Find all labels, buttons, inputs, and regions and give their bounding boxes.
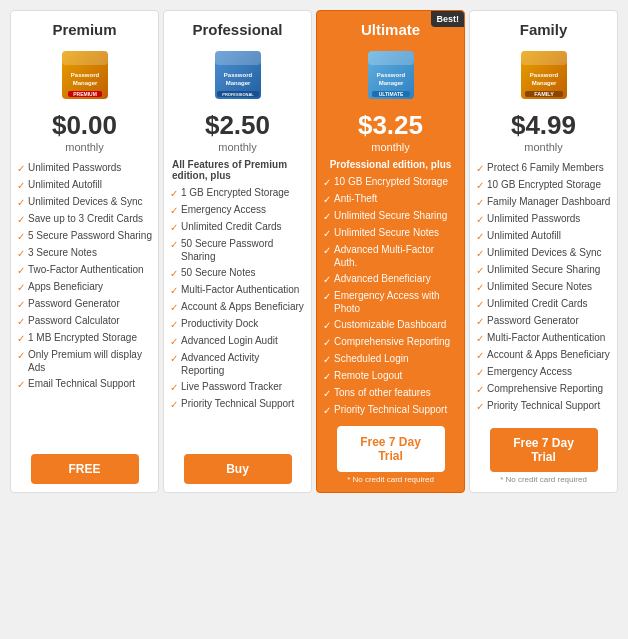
- feature-text: Tons of other features: [334, 386, 431, 399]
- check-icon: ✓: [476, 264, 484, 277]
- check-icon: ✓: [323, 227, 331, 240]
- plan-plus-text-professional: All Features of Premium edition, plus: [170, 159, 305, 181]
- plan-title-professional: Professional: [192, 21, 282, 38]
- feature-item: ✓ Only Premium will display Ads: [17, 346, 152, 375]
- plan-period-family: monthly: [524, 141, 563, 153]
- check-icon: ✓: [476, 213, 484, 226]
- plan-plus-text-ultimate: Professional edition, plus: [328, 159, 454, 170]
- feature-item: ✓ Live Password Tracker: [170, 378, 305, 395]
- feature-text: 1 GB Encrypted Storage: [181, 186, 289, 199]
- feature-item: ✓ Save up to 3 Credit Cards: [17, 210, 152, 227]
- check-icon: ✓: [323, 370, 331, 383]
- feature-item: ✓ Priority Technical Support: [323, 401, 458, 418]
- feature-text: 5 Secure Password Sharing: [28, 229, 152, 242]
- check-icon: ✓: [323, 319, 331, 332]
- feature-item: ✓ 50 Secure Notes: [170, 264, 305, 281]
- product-image-premium: Password Manager PREMIUM: [55, 44, 115, 104]
- check-icon: ✓: [170, 187, 178, 200]
- feature-item: ✓ Comprehensive Reporting: [323, 333, 458, 350]
- feature-item: ✓ Protect 6 Family Members: [476, 159, 611, 176]
- feature-item: ✓ Scheduled Login: [323, 350, 458, 367]
- feature-item: ✓ Email Technical Support: [17, 375, 152, 392]
- feature-text: 1 MB Encrypted Storage: [28, 331, 137, 344]
- feature-text: Password Calculator: [28, 314, 120, 327]
- cta-button-family[interactable]: Free 7 Day Trial: [490, 428, 598, 472]
- check-icon: ✓: [17, 298, 25, 311]
- check-icon: ✓: [323, 176, 331, 189]
- plan-card-professional: Professional Password Manager PROFESSION…: [163, 10, 312, 493]
- check-icon: ✓: [170, 204, 178, 217]
- feature-item: ✓ 50 Secure Password Sharing: [170, 235, 305, 264]
- feature-text: Anti-Theft: [334, 192, 377, 205]
- check-icon: ✓: [476, 366, 484, 379]
- check-icon: ✓: [170, 267, 178, 280]
- feature-text: 50 Secure Password Sharing: [181, 237, 305, 263]
- feature-item: ✓ Unlimited Secure Sharing: [323, 207, 458, 224]
- feature-text: Customizable Dashboard: [334, 318, 446, 331]
- check-icon: ✓: [476, 349, 484, 362]
- plan-price-ultimate: $3.25: [358, 110, 423, 141]
- check-icon: ✓: [170, 221, 178, 234]
- feature-text: Emergency Access with Photo: [334, 289, 458, 315]
- features-list-professional: ✓ 1 GB Encrypted Storage ✓ Emergency Acc…: [170, 184, 305, 446]
- feature-item: ✓ Multi-Factor Authentication: [476, 329, 611, 346]
- feature-item: ✓ Tons of other features: [323, 384, 458, 401]
- feature-item: ✓ Unlimited Secure Notes: [323, 224, 458, 241]
- check-icon: ✓: [17, 315, 25, 328]
- no-cc-note-family: * No credit card required: [500, 475, 587, 484]
- feature-text: Remote Logout: [334, 369, 402, 382]
- feature-text: Account & Apps Beneficiary: [181, 300, 304, 313]
- feature-item: ✓ Priority Technical Support: [476, 397, 611, 414]
- feature-item: ✓ Emergency Access with Photo: [323, 287, 458, 316]
- check-icon: ✓: [170, 238, 178, 251]
- feature-text: 50 Secure Notes: [181, 266, 256, 279]
- svg-rect-1: [62, 51, 108, 65]
- feature-item: ✓ 10 GB Encrypted Storage: [323, 173, 458, 190]
- check-icon: ✓: [323, 387, 331, 400]
- feature-item: ✓ Unlimited Devices & Sync: [476, 244, 611, 261]
- feature-item: ✓ Password Calculator: [17, 312, 152, 329]
- feature-text: Email Technical Support: [28, 377, 135, 390]
- feature-text: Unlimited Secure Notes: [334, 226, 439, 239]
- check-icon: ✓: [323, 193, 331, 206]
- feature-item: ✓ Customizable Dashboard: [323, 316, 458, 333]
- cta-button-professional[interactable]: Buy: [184, 454, 292, 484]
- feature-item: ✓ Unlimited Credit Cards: [476, 295, 611, 312]
- feature-item: ✓ Account & Apps Beneficiary: [476, 346, 611, 363]
- plan-card-premium: Premium Password Manager PREMIUM $0.00mo…: [10, 10, 159, 493]
- check-icon: ✓: [323, 210, 331, 223]
- feature-item: ✓ Password Generator: [17, 295, 152, 312]
- feature-text: Protect 6 Family Members: [487, 161, 604, 174]
- svg-text:Password: Password: [529, 72, 558, 78]
- check-icon: ✓: [323, 336, 331, 349]
- check-icon: ✓: [17, 264, 25, 277]
- check-icon: ✓: [323, 290, 331, 303]
- pricing-table: Premium Password Manager PREMIUM $0.00mo…: [8, 8, 620, 495]
- svg-text:FAMILY: FAMILY: [534, 91, 554, 97]
- check-icon: ✓: [17, 213, 25, 226]
- check-icon: ✓: [476, 315, 484, 328]
- cta-button-premium[interactable]: FREE: [31, 454, 139, 484]
- feature-text: Advanced Beneficiary: [334, 272, 431, 285]
- check-icon: ✓: [17, 162, 25, 175]
- feature-item: ✓ Emergency Access: [476, 363, 611, 380]
- check-icon: ✓: [476, 247, 484, 260]
- feature-text: Apps Beneficiary: [28, 280, 103, 293]
- svg-text:Password: Password: [223, 72, 252, 78]
- check-icon: ✓: [17, 281, 25, 294]
- plan-card-family: Family Password Manager FAMILY $4.99mont…: [469, 10, 618, 493]
- svg-text:PROFESSIONAL: PROFESSIONAL: [222, 92, 254, 97]
- check-icon: ✓: [170, 318, 178, 331]
- feature-text: 10 GB Encrypted Storage: [487, 178, 601, 191]
- check-icon: ✓: [170, 284, 178, 297]
- svg-text:Manager: Manager: [531, 80, 556, 86]
- feature-text: Advanced Multi-Factor Auth.: [334, 243, 458, 269]
- feature-text: Multi-Factor Authentication: [487, 331, 605, 344]
- cta-button-ultimate[interactable]: Free 7 Day Trial: [337, 426, 445, 472]
- feature-item: ✓ Apps Beneficiary: [17, 278, 152, 295]
- feature-text: Password Generator: [28, 297, 120, 310]
- feature-item: ✓ 5 Secure Password Sharing: [17, 227, 152, 244]
- product-image-ultimate: Password Manager ULTIMATE: [361, 44, 421, 104]
- svg-rect-13: [368, 51, 414, 65]
- feature-item: ✓ Advanced Multi-Factor Auth.: [323, 241, 458, 270]
